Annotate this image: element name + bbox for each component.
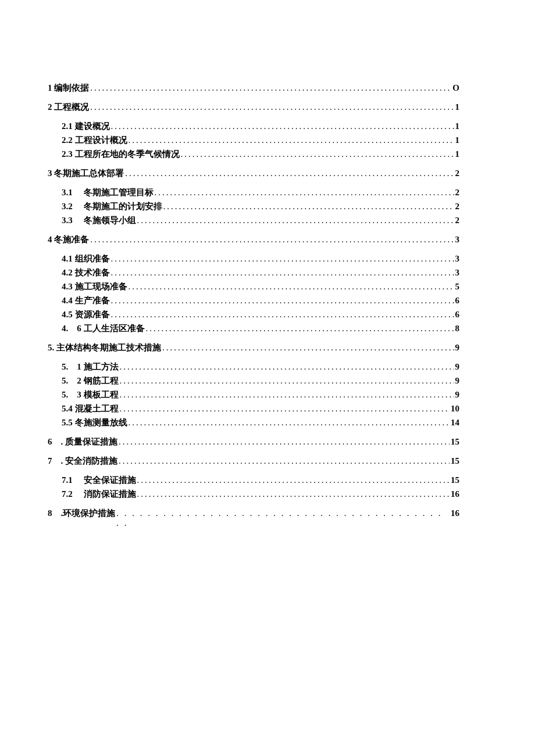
toc-page-number: 14: [451, 418, 459, 428]
toc-page-number: 1: [455, 102, 460, 112]
toc-page-number: 5: [455, 282, 460, 292]
table-of-contents: 1 编制依据 O2 工程概况 12.1 建设概况 12.2 工程设计概况 12.…: [48, 83, 459, 528]
toc-title: 冬施准备: [54, 235, 89, 244]
toc-number: 4: [48, 235, 52, 244]
toc-leader-dots: [90, 235, 454, 245]
toc-leader-dots: [90, 102, 454, 112]
toc-number: 7.1: [62, 475, 73, 485]
toc-label: 4.1 组织准备: [62, 253, 110, 264]
toc-title: 施工现场准备: [75, 282, 127, 291]
toc-number: 3.3: [62, 216, 73, 225]
toc-title: 消防保证措施: [84, 489, 136, 499]
toc-number: 2.1: [62, 121, 73, 131]
toc-label: 5.4 混凝土工程: [62, 403, 119, 414]
toc-page-number: 6: [455, 310, 460, 320]
toc-title: 技术准备: [75, 268, 110, 277]
toc-title: 混凝土工程: [75, 404, 119, 413]
toc-title: 安全保证措施: [84, 475, 136, 485]
toc-title: 冬施测量放线: [75, 418, 127, 427]
toc-page-number: 2: [455, 202, 460, 212]
toc-label: 4.5 资源准备: [62, 309, 110, 320]
toc-number: 3.2: [62, 202, 73, 211]
toc-title: 工程设计概况: [75, 135, 127, 145]
toc-entry: 5. 主体结构冬期施工技术措施 9: [48, 342, 459, 353]
toc-leader-dots: [129, 418, 450, 428]
toc-entry: 3.1 冬期施工管理目标 2: [48, 187, 459, 198]
toc-title: 建设概况: [75, 121, 110, 131]
toc-leader-dots: [120, 376, 454, 386]
toc-title: 组织准备: [75, 254, 110, 263]
toc-leader-dots: [146, 324, 454, 334]
toc-leader-dots: [155, 188, 454, 198]
toc-label: 3 冬期施工总体部署: [48, 168, 124, 179]
toc-entry: 7.2 消防保证措施 16: [48, 489, 459, 500]
toc-title: 生产准备: [75, 296, 110, 305]
toc-page-number: 15: [451, 475, 459, 485]
toc-entry: 8 .环境保护措施. . . . . . . . . . . . . . . .…: [48, 508, 459, 528]
toc-entry: 1 编制依据 O: [48, 83, 459, 94]
toc-leader-dots: [120, 404, 450, 414]
toc-leader-dots: [137, 489, 450, 499]
toc-number: 3: [48, 169, 52, 178]
toc-number: 4.5: [62, 310, 73, 319]
toc-label: 8 .环境保护措施: [48, 508, 115, 519]
toc-page-number: 15: [451, 456, 459, 466]
toc-title: 冬期施工管理目标: [84, 188, 154, 197]
toc-number: 2.2: [62, 135, 73, 145]
toc-number: 5. 1: [62, 362, 81, 371]
toc-entry: 2.1 建设概况 1: [48, 121, 459, 132]
toc-label: 5. 3 模板工程: [62, 389, 119, 400]
toc-page-number: 1: [455, 149, 460, 159]
toc-leader-dots: [129, 135, 454, 145]
toc-number: 7.2: [62, 489, 73, 499]
toc-title: 冬施领导小组: [84, 216, 136, 225]
toc-label: 6 . 质量保证措施: [48, 436, 117, 447]
toc-entry: 4.2 技术准备 3: [48, 267, 459, 278]
toc-leader-dots: [90, 83, 451, 93]
toc-label: 5.5 冬施测量放线: [62, 417, 127, 428]
toc-leader-dots: [119, 437, 450, 447]
toc-label: 3.3 冬施领导小组: [62, 215, 136, 226]
toc-title: 工程概况: [54, 102, 89, 112]
toc-title: 模板工程: [84, 390, 119, 399]
toc-entry: 7.1 安全保证措施 15: [48, 475, 459, 486]
toc-leader-dots: [181, 149, 454, 159]
toc-label: 3.2 冬期施工的计划安排: [62, 201, 162, 212]
toc-title: 质量保证措施: [65, 437, 117, 446]
toc-title: 工人生活区准备: [84, 324, 145, 333]
toc-label: 7.1 安全保证措施: [62, 475, 136, 486]
toc-label: 4 冬施准备: [48, 234, 89, 245]
toc-page-number: 3: [455, 254, 460, 264]
toc-label: 4. 6 工人生活区准备: [62, 323, 145, 334]
toc-page-number: 2: [455, 216, 460, 225]
toc-entry: 2.2 工程设计概况 1: [48, 135, 459, 146]
toc-page-number: 2: [455, 188, 460, 198]
toc-title: 施工方法: [84, 362, 119, 371]
toc-number: 7 .: [48, 456, 63, 465]
toc-title: 冬期施工的计划安排: [84, 202, 162, 211]
toc-leader-dots: [111, 296, 454, 306]
toc-page-number: 3: [455, 235, 460, 245]
toc-entry: 3.2 冬期施工的计划安排 2: [48, 201, 459, 212]
toc-label: 4.2 技术准备: [62, 267, 110, 278]
toc-page-number: 9: [455, 362, 460, 372]
toc-page-number: 16: [451, 508, 459, 518]
toc-entry: 2 工程概况 1: [48, 102, 459, 113]
toc-leader-dots: . . . . . . . . . . . . . . . . . . . . …: [116, 508, 448, 528]
toc-leader-dots: [162, 343, 454, 353]
toc-leader-dots: [111, 310, 454, 320]
toc-number: 4.2: [62, 268, 73, 277]
toc-entry: 4 冬施准备 3: [48, 234, 459, 245]
toc-entry: 5.5 冬施测量放线 14: [48, 417, 459, 428]
toc-title: 工程所在地的冬季气候情况: [75, 149, 180, 159]
toc-label: 5. 1 施工方法: [62, 361, 119, 372]
toc-number: 1: [48, 83, 52, 92]
toc-leader-dots: [125, 169, 454, 178]
toc-leader-dots: [111, 121, 454, 131]
toc-number: 5.4: [62, 404, 73, 413]
toc-label: 2 工程概况: [48, 102, 89, 113]
toc-title: 环境保护措施: [63, 508, 115, 518]
toc-leader-dots: [137, 475, 450, 485]
toc-title: 编制依据: [54, 83, 89, 92]
toc-label: 5. 主体结构冬期施工技术措施: [48, 342, 161, 353]
